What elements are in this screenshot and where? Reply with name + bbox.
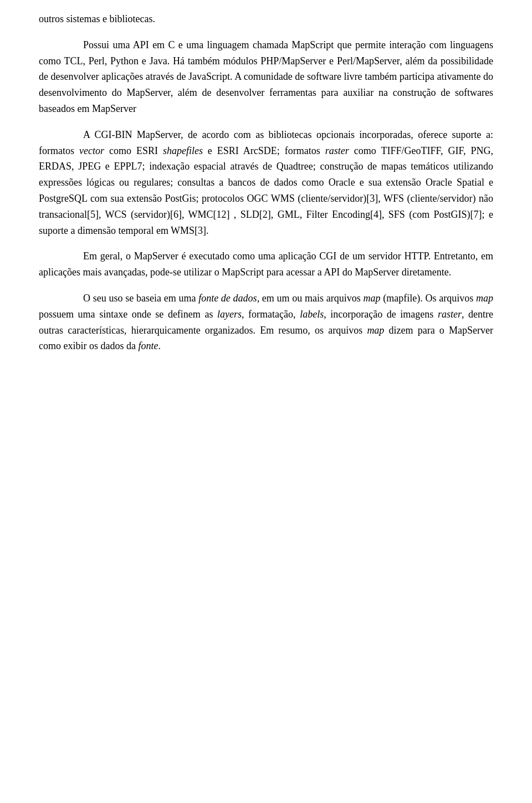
paragraph-outros: outros sistemas e bibliotecas. <box>39 11 493 27</box>
paragraph-cgibin: A CGI-BIN MapServer, de acordo com as bi… <box>39 127 493 239</box>
paragraph-api: Possui uma API em C e uma linguagem cham… <box>39 37 493 117</box>
page-content: outros sistemas e bibliotecas. Possui um… <box>0 0 532 386</box>
paragraph-geral: Em geral, o MapServer é executado como u… <box>39 248 493 280</box>
paragraph-uso: O seu uso se baseia em uma fonte de dado… <box>39 290 493 354</box>
